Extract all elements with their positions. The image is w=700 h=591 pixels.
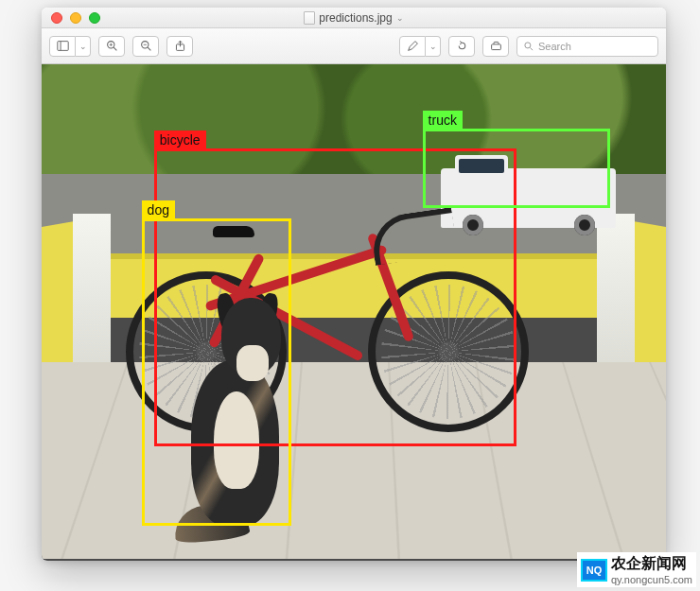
- preview-window: predictions.jpg ⌄ ⌄ ⌄: [42, 8, 666, 561]
- zoom-out-button[interactable]: [132, 36, 159, 57]
- watermark: NQ 农企新闻网 qy.nongcun5.com: [577, 552, 696, 587]
- markup-dropdown-button[interactable]: ⌄: [426, 36, 441, 57]
- toolbox-icon: [490, 40, 502, 52]
- svg-line-7: [148, 47, 150, 50]
- toolbar: ⌄ ⌄ Search: [42, 28, 666, 64]
- file-icon: [304, 11, 315, 25]
- titlebar: predictions.jpg ⌄: [42, 8, 666, 28]
- sidebar-dropdown-button[interactable]: ⌄: [76, 36, 91, 57]
- close-window-button[interactable]: [51, 12, 62, 24]
- svg-line-3: [114, 47, 116, 50]
- chevron-down-icon: ⌄: [429, 42, 437, 51]
- rotate-icon: [456, 40, 468, 52]
- detection-label-dog: dog: [142, 200, 175, 219]
- chevron-down-icon: ⌄: [79, 42, 87, 51]
- zoom-in-button[interactable]: [98, 36, 125, 57]
- watermark-title: 农企新闻网: [611, 554, 692, 574]
- filename-label: predictions.jpg: [319, 11, 392, 25]
- svg-point-12: [525, 42, 531, 47]
- markup-button[interactable]: [399, 36, 426, 57]
- detection-box-truck: truck: [423, 129, 610, 208]
- sidebar-icon: [57, 40, 69, 52]
- window-title: predictions.jpg ⌄: [42, 11, 666, 25]
- search-input[interactable]: Search: [516, 36, 658, 57]
- edit-toolbar-button[interactable]: [482, 36, 509, 57]
- zoom-out-icon: [140, 40, 152, 52]
- pencil-icon: [407, 40, 419, 52]
- detection-label-truck: truck: [423, 111, 463, 130]
- detection-label-bicycle: bicycle: [154, 130, 206, 149]
- maximize-window-button[interactable]: [89, 12, 100, 24]
- search-icon: [523, 41, 534, 52]
- svg-rect-11: [491, 44, 500, 50]
- detection-box-dog: dog: [142, 218, 291, 527]
- image-viewport[interactable]: bicycle dog truck: [42, 64, 666, 561]
- chevron-down-icon: ⌄: [396, 13, 404, 23]
- rotate-button[interactable]: [448, 36, 475, 57]
- svg-line-13: [531, 47, 534, 50]
- watermark-url: qy.nongcun5.com: [611, 574, 692, 585]
- share-icon: [174, 40, 186, 52]
- zoom-in-icon: [106, 40, 118, 52]
- window-controls: [42, 12, 100, 24]
- minimize-window-button[interactable]: [70, 12, 81, 24]
- svg-rect-0: [57, 42, 67, 51]
- watermark-logo: NQ: [581, 559, 607, 582]
- search-placeholder: Search: [538, 41, 571, 52]
- share-button[interactable]: [166, 36, 193, 57]
- sidebar-toggle-button[interactable]: [49, 36, 76, 57]
- scene-illustration: bicycle dog truck: [42, 64, 666, 561]
